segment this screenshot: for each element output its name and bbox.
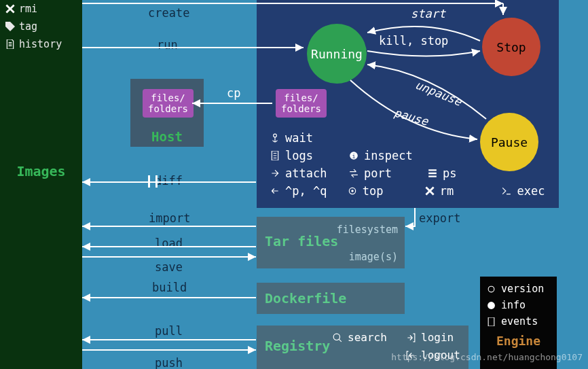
diff-marker [148,175,158,188]
tar-title: Tar files [265,233,338,249]
cmd-label: ps [443,166,456,180]
files-folders-label: files/ folders [281,92,321,114]
edge-diff: diff [155,174,183,188]
dockerfile-title: Dockerfile [265,290,346,306]
document-icon [270,151,280,160]
sidebar-images: rmi tag history Images [0,0,82,369]
state-running: Running [307,24,367,84]
edge-save: save [155,260,183,274]
tar-sub-images: image(s) [349,251,398,263]
diagram-root: { "sidebar":{ "items":[ {"label":"rmi"},… [0,0,588,369]
cmd-label: ^p, ^q [285,184,327,198]
list-icon [428,169,437,178]
sidebar-item-tag[interactable]: tag [0,18,82,35]
x-icon [5,4,15,14]
terminal-icon [502,186,511,196]
cmd-exec[interactable]: exec [502,182,555,200]
tar-files-box: Tar files filesystem image(s) [257,217,405,268]
cmd-label: search [348,331,387,344]
document-icon [487,317,496,326]
cmd-label: rm [440,184,454,198]
edge-create: create [148,6,189,20]
files-folders-host: files/ folders [143,89,194,118]
cmd-label: attach [285,166,327,180]
edge-load: load [155,236,183,250]
tar-sub-filesystem: filesystem [337,224,398,236]
transfer-icon [349,169,359,178]
svg-point-5 [351,190,354,192]
login-icon [406,333,416,342]
sidebar-item-history[interactable]: history [0,35,82,53]
state-running-label: Running [311,47,363,61]
cmd-label: wait [285,131,313,145]
files-folders-label: files/ folders [148,92,188,114]
cmd-label: top [363,184,384,198]
edge-push: push [155,356,183,369]
edge-run: run [157,38,178,52]
document-icon [5,39,15,49]
svg-point-0 [274,134,277,137]
cmd-label: exec [517,184,545,198]
edge-kill-stop: kill, stop [379,34,448,48]
cmd-wait[interactable]: wait [270,129,349,147]
sidebar-label: tag [19,20,37,33]
edge-build: build [152,281,187,294]
sidebar-item-rmi[interactable]: rmi [0,0,82,18]
svg-point-7 [488,286,494,292]
tag-icon [5,22,15,31]
engine-title: Engine [480,330,557,348]
watermark: https://blog.csdn.net/huangchong0107 [391,352,583,362]
cmd-label: login [421,331,454,344]
cmd-label: inspect [364,149,413,162]
gear-icon [487,285,496,294]
cmd-label: logs [285,149,313,162]
host-title: Host [130,129,204,144]
edge-pull: pull [155,324,183,338]
edge-export: export [419,211,460,225]
sidebar-label: rmi [19,3,37,15]
x-icon [425,186,435,196]
cmd-rm[interactable]: rm [425,182,502,200]
registry-title: Registry [265,338,330,354]
cmd-label: version [501,283,544,295]
cmd-detach[interactable]: ^p, ^q [270,182,348,200]
cmd-label: port [364,166,392,180]
cmd-ps[interactable]: ps [428,164,507,182]
edge-start: start [411,7,445,20]
search-icon [333,333,342,342]
enter-icon [270,169,280,178]
info-icon [487,301,496,310]
anchor-icon [270,133,280,143]
edge-cp: cp [227,86,240,100]
edge-import: import [149,211,190,225]
exit-icon [270,186,280,196]
svg-point-8 [488,302,495,309]
gear-icon [348,186,357,196]
state-stop: Stop [482,18,540,76]
sidebar-title: Images [0,163,82,179]
cmd-search[interactable]: search [333,331,387,344]
files-folders-container: files/ folders [276,89,327,118]
cmd-label: events [501,315,538,328]
cmd-label: info [501,299,526,311]
cmd-attach[interactable]: attach [270,164,349,182]
cmd-login[interactable]: login [406,331,454,344]
svg-text:i: i [352,152,356,160]
cmd-port[interactable]: port [349,164,428,182]
dockerfile-box: Dockerfile [257,283,405,314]
cmd-logs[interactable]: logs [270,147,349,164]
cmd-info[interactable]: info [480,297,557,313]
cmd-top[interactable]: top [348,182,425,200]
state-stop-label: Stop [496,40,526,54]
svg-point-6 [333,334,339,340]
container-command-grid: wait logs iinspect attach port ps ^p, ^q… [270,129,555,200]
cmd-inspect[interactable]: iinspect [349,147,428,164]
registry-box: Registry search login logout [257,326,468,369]
svg-rect-9 [488,317,494,326]
cmd-version[interactable]: version [480,281,557,297]
cmd-events[interactable]: events [480,313,557,330]
sidebar-label: history [19,38,62,50]
info-icon: i [349,151,359,160]
